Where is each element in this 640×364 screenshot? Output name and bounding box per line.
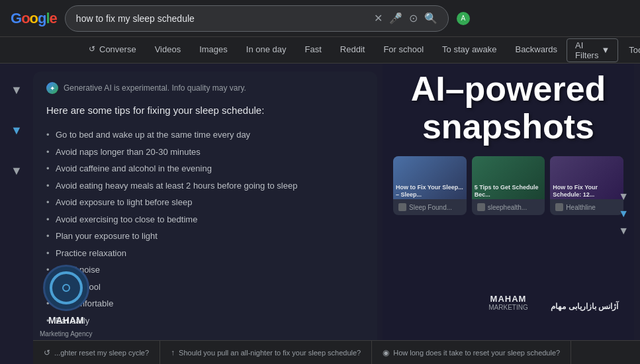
card-title-2: 5 Tips to Get Schedule Bec... bbox=[475, 184, 543, 199]
related-q-icon-1: ↺ bbox=[44, 348, 50, 357]
scroll-arrows-right: ▼ ▼ ▼ bbox=[618, 191, 629, 237]
related-question-3[interactable]: ◉ How long does it take to reset your sl… bbox=[372, 341, 571, 364]
related-question-1[interactable]: ↺ ...ghter reset my sleep cycle? bbox=[33, 341, 160, 364]
card-footer-2: sleephealth... bbox=[472, 199, 545, 215]
nav-tabs: ↺ Converse Videos Images In one day Fast… bbox=[0, 37, 640, 64]
right-arrow-3[interactable]: ▼ bbox=[618, 225, 629, 237]
list-item: Avoid caffeine and alcohol in the evenin… bbox=[46, 160, 364, 177]
snapshots-cards: How to Fix Your Sleep... – Sleep... Slee… bbox=[383, 156, 634, 215]
snapshots-panel: AI–powered snapshots How to Fix Your Sle… bbox=[383, 64, 634, 364]
search-icons: ✕ 🎤 ⊙ 🔍 bbox=[374, 12, 437, 24]
card-favicon-1 bbox=[398, 203, 406, 211]
scroll-arrow-3[interactable]: ▼ bbox=[11, 164, 23, 178]
right-arrow-1[interactable]: ▼ bbox=[618, 191, 629, 203]
scroll-arrow-1[interactable]: ▼ bbox=[11, 83, 23, 97]
watermark-logo bbox=[43, 265, 89, 311]
card-favicon-3 bbox=[555, 203, 563, 211]
watermark-brand-text: MAHAM bbox=[48, 315, 84, 326]
account-icon[interactable]: A bbox=[457, 12, 470, 25]
watermark-persian: آژانس بازاریابی مهام bbox=[551, 302, 618, 311]
converse-icon: ↺ bbox=[89, 44, 95, 54]
card-title-1: How to Fix Your Sleep... – Sleep... bbox=[396, 184, 464, 199]
snapshots-heading: AI–powered snapshots bbox=[398, 70, 619, 146]
related-questions-bar: ↺ ...ghter reset my sleep cycle? ↑ Shoul… bbox=[33, 340, 640, 364]
google-header: Google how to fix my sleep schedule ✕ 🎤 … bbox=[0, 0, 640, 37]
ai-badge-icon: ✦ bbox=[46, 82, 58, 94]
ai-heading: Here are some tips for fixing your sleep… bbox=[46, 103, 364, 117]
mic-icon[interactable]: 🎤 bbox=[389, 12, 402, 24]
watermark-center-brand: MAHAM bbox=[488, 294, 527, 304]
related-q-icon-3: ◉ bbox=[383, 348, 389, 357]
search-bar[interactable]: how to fix my sleep schedule ✕ 🎤 ⊙ 🔍 bbox=[65, 5, 449, 32]
nav-right-group: AI Filters ▼ Tools bbox=[567, 38, 640, 62]
watermark-logo-area: MAHAM Marketing Agency bbox=[40, 265, 93, 338]
ai-badge: ✦ Generative AI is experimental. Info qu… bbox=[46, 82, 364, 94]
search-icon[interactable]: 🔍 bbox=[424, 12, 437, 24]
watermark-logo-ring bbox=[50, 271, 83, 304]
search-input[interactable]: how to fix my sleep schedule bbox=[76, 13, 369, 24]
tab-stay-awake[interactable]: To stay awake bbox=[433, 37, 506, 64]
card-source-2: sleephealth... bbox=[488, 204, 527, 211]
list-item: Keep it cool bbox=[46, 279, 364, 296]
ai-tips-list: Go to bed and wake up at the same time e… bbox=[46, 126, 364, 329]
lens-icon[interactable]: ⊙ bbox=[409, 12, 418, 24]
tab-videos[interactable]: Videos bbox=[146, 37, 191, 64]
list-item: Avoid exposure to light before sleep bbox=[46, 194, 364, 211]
card-source-3: Healthline bbox=[566, 204, 595, 211]
main-container: Google how to fix my sleep schedule ✕ 🎤 … bbox=[0, 0, 640, 364]
list-item: Practice relaxation bbox=[46, 245, 364, 262]
tab-in-one-day[interactable]: In one day bbox=[237, 37, 296, 64]
card-favicon-2 bbox=[477, 203, 485, 211]
card-image-3: How to Fix Your Schedule: 12... bbox=[550, 156, 623, 199]
card-title-3: How to Fix Your Schedule: 12... bbox=[553, 184, 621, 199]
tab-for-school[interactable]: For school bbox=[374, 37, 433, 64]
tab-fast[interactable]: Fast bbox=[296, 37, 331, 64]
watermark-subtext: Marketing Agency bbox=[40, 330, 93, 338]
tab-converse[interactable]: ↺ Converse bbox=[79, 37, 146, 64]
card-image-1: How to Fix Your Sleep... – Sleep... bbox=[393, 156, 467, 199]
tab-images[interactable]: Images bbox=[190, 37, 237, 64]
tools-button[interactable]: Tools bbox=[621, 38, 640, 62]
watermark-logo-dot bbox=[62, 284, 70, 292]
scroll-arrow-2[interactable]: ▼ bbox=[11, 124, 23, 138]
content-area: ▼ ▼ ▼ ✦ Generative AI is experimental. I… bbox=[0, 64, 640, 364]
chevron-down-icon: ▼ bbox=[601, 45, 610, 55]
card-source-1: Sleep Found... bbox=[409, 204, 452, 211]
list-item: Eat early bbox=[46, 312, 364, 330]
list-item: Avoid eating heavy meals at least 2 hour… bbox=[46, 177, 364, 195]
ai-filters-button[interactable]: AI Filters ▼ bbox=[567, 38, 618, 62]
right-arrow-2[interactable]: ▼ bbox=[618, 208, 629, 220]
clear-icon[interactable]: ✕ bbox=[374, 12, 383, 24]
card-footer-1: Sleep Found... bbox=[393, 199, 467, 215]
card-image-2: 5 Tips to Get Schedule Bec... bbox=[472, 156, 545, 199]
snapshot-card-2[interactable]: 5 Tips to Get Schedule Bec... sleephealt… bbox=[472, 156, 545, 215]
list-item: Be comfortable bbox=[46, 295, 364, 312]
list-item: Go to bed and wake up at the same time e… bbox=[46, 126, 364, 144]
snapshot-card-1[interactable]: How to Fix Your Sleep... – Sleep... Slee… bbox=[393, 156, 467, 215]
scroll-arrows-left: ▼ ▼ ▼ bbox=[0, 64, 33, 364]
list-item: Avoid naps longer than 20-30 minutes bbox=[46, 144, 364, 161]
tab-backwards[interactable]: Backwards bbox=[506, 37, 567, 64]
related-q-icon-2: ↑ bbox=[171, 348, 175, 357]
list-item: Avoid noise bbox=[46, 261, 364, 279]
tab-reddit[interactable]: Reddit bbox=[331, 37, 375, 64]
snapshot-card-3[interactable]: How to Fix Your Schedule: 12... Healthli… bbox=[550, 156, 623, 215]
list-item: Plan your exposure to light bbox=[46, 228, 364, 245]
watermark-center-sub: MARKETING bbox=[488, 304, 527, 311]
card-footer-3: Healthline bbox=[550, 199, 623, 215]
related-question-2[interactable]: ↑ Should you pull an all-nighter to fix … bbox=[160, 341, 372, 364]
list-item: Avoid exercising too close to bedtime bbox=[46, 211, 364, 228]
google-logo[interactable]: Google bbox=[11, 10, 57, 27]
